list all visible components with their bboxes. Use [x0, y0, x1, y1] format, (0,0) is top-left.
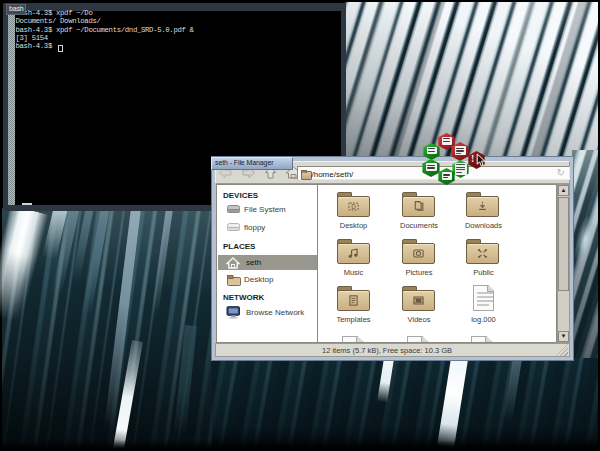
svg-text:D: D [351, 203, 356, 210]
